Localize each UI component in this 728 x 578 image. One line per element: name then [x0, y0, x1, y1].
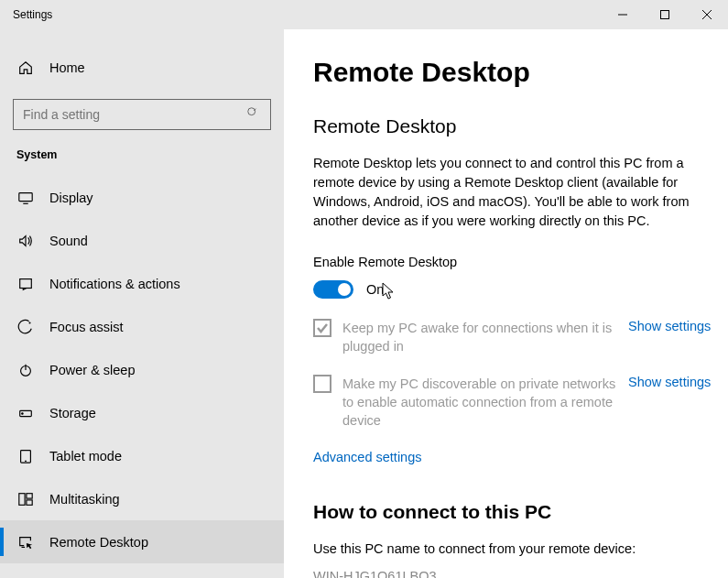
close-button[interactable] [686, 0, 728, 29]
svg-rect-16 [19, 493, 25, 505]
page-title: Remote Desktop [313, 57, 712, 88]
nav-label: Display [49, 191, 93, 205]
nav-multitasking[interactable]: Multitasking [0, 477, 284, 520]
svg-point-13 [22, 412, 23, 413]
window-title: Settings [13, 8, 602, 21]
how-to-connect-desc: Use this PC name to connect from your re… [313, 541, 712, 556]
pc-name-value: WIN-HJG1O61LBO3 [313, 569, 712, 578]
section-title: Remote Desktop [313, 115, 712, 137]
show-settings-link-1[interactable]: Show settings [628, 319, 711, 333]
nav-label: Tablet mode [49, 449, 122, 463]
keep-awake-label: Keep my PC awake for connections when it… [342, 319, 617, 356]
home-icon [16, 60, 35, 76]
remote-desktop-icon [16, 534, 35, 551]
notifications-icon [16, 276, 35, 292]
svg-rect-18 [27, 499, 32, 504]
toggle-label: Enable Remote Desktop [313, 255, 712, 269]
enable-remote-desktop-toggle[interactable] [313, 280, 353, 299]
svg-point-9 [29, 322, 30, 323]
focus-assist-icon [16, 319, 35, 335]
home-nav[interactable]: Home [0, 49, 284, 86]
category-label: System [0, 148, 284, 176]
nav-power-sleep[interactable]: Power & sleep [0, 348, 284, 391]
nav-label: Storage [49, 406, 96, 420]
advanced-settings-link[interactable]: Advanced settings [313, 450, 422, 464]
nav-storage[interactable]: Storage [0, 391, 284, 434]
home-label: Home [49, 60, 85, 75]
content-pane: Remote Desktop Remote Desktop Remote Des… [284, 29, 728, 578]
nav-label: Notifications & actions [49, 277, 180, 291]
nav-remote-desktop[interactable]: Remote Desktop [0, 520, 284, 563]
nav-tablet-mode[interactable]: Tablet mode [0, 434, 284, 477]
nav-label: Multitasking [49, 492, 120, 507]
svg-point-4 [248, 108, 255, 115]
how-to-connect-title: How to connect to this PC [313, 501, 712, 523]
search-input-box[interactable] [13, 99, 271, 130]
search-icon [246, 106, 261, 123]
display-icon [16, 190, 35, 206]
section-description: Remote Desktop lets you connect to and c… [313, 154, 698, 231]
nav-sound[interactable]: Sound [0, 219, 284, 262]
search-input[interactable] [23, 107, 246, 122]
titlebar: Settings [0, 0, 728, 29]
svg-rect-1 [661, 11, 669, 19]
discoverable-checkbox[interactable] [313, 375, 331, 393]
storage-icon [16, 405, 35, 421]
keep-awake-checkbox[interactable] [313, 319, 331, 337]
nav-label: Focus assist [49, 320, 124, 334]
nav-label: Power & sleep [49, 363, 136, 377]
discoverable-label: Make my PC discoverable on private netwo… [342, 375, 617, 431]
power-icon [16, 362, 35, 378]
minimize-button[interactable] [602, 0, 644, 29]
sound-icon [16, 233, 35, 249]
toggle-state: On [366, 282, 384, 297]
svg-rect-17 [27, 493, 32, 497]
sidebar: Home System Display Sound [0, 29, 284, 578]
svg-rect-8 [20, 278, 32, 288]
nav-display[interactable]: Display [0, 176, 284, 219]
nav-notifications[interactable]: Notifications & actions [0, 262, 284, 305]
nav-label: Remote Desktop [49, 535, 148, 550]
multitasking-icon [16, 491, 35, 507]
show-settings-link-2[interactable]: Show settings [628, 375, 711, 389]
maximize-button[interactable] [644, 0, 686, 29]
svg-rect-6 [19, 192, 32, 201]
tablet-icon [16, 448, 35, 464]
nav-label: Sound [49, 234, 88, 248]
nav-focus-assist[interactable]: Focus assist [0, 305, 284, 348]
